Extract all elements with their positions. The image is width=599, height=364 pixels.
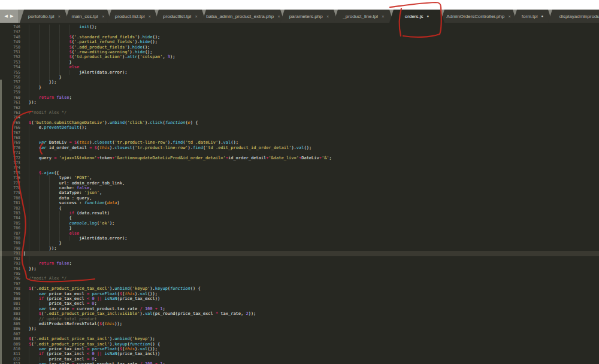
tab-main-css-tpl[interactable]: main_css.tpl× (65, 10, 111, 23)
code-text: if (data.result) (24, 211, 599, 216)
code-line: 792 (0, 256, 599, 261)
code-text: init(); (24, 25, 599, 29)
line-number: 758 (0, 85, 24, 90)
line-number: 748 (0, 35, 24, 40)
code-text: jAlert(data.error); (24, 70, 599, 75)
code-line: 774 (0, 165, 599, 170)
tab-displayadminproducted[interactable]: displayadminproducted (548, 10, 599, 23)
code-line: 779dataType: 'json', (0, 190, 599, 195)
code-text: } (24, 241, 599, 245)
code-line: 785console.log('ok'); (0, 221, 599, 226)
code-text: query = 'ajax=1&token='+token+'&action=u… (24, 156, 599, 160)
tab-label: parameters.php (289, 14, 323, 19)
code-line: 747 (0, 29, 599, 34)
code-text: }); (24, 266, 599, 271)
code-text: /*modif Alex */ (24, 110, 599, 115)
close-icon[interactable]: × (326, 14, 329, 19)
line-number: 750 (0, 45, 24, 50)
line-number: 785 (0, 221, 24, 226)
line-number: 797 (0, 281, 24, 286)
tab-portofolio-tpl[interactable]: portofolio.tpl× (20, 10, 69, 23)
tab-scroll-right-icon[interactable]: ▶ (10, 14, 13, 19)
code-text: var tax_rate = current_product.tax_rate … (24, 307, 599, 311)
close-icon[interactable]: × (277, 14, 280, 19)
code-text: }); (24, 100, 599, 105)
code-text: $('.partial_refund_fields').hide(); (24, 40, 599, 44)
line-number: 798 (0, 286, 24, 291)
code-text: return false; (24, 95, 599, 100)
tab-orders-js[interactable]: orders.js● (389, 10, 444, 23)
code-line: 805editProductRefreshTotal($(this)); (0, 321, 599, 326)
code-text (24, 115, 599, 120)
line-number: 796 (0, 276, 24, 281)
tab-parameters-php[interactable]: parameters.php× (280, 10, 338, 23)
tab-scroll-left-icon[interactable]: ◀ (5, 14, 8, 19)
close-icon[interactable]: × (102, 14, 105, 19)
line-number: 795 (0, 271, 24, 276)
line-number: 794 (0, 266, 24, 271)
code-text: $.ajax({ (24, 171, 599, 175)
code-line: 748$('.standard_refund_fields').hide(); (0, 35, 599, 40)
close-icon[interactable]: × (149, 14, 152, 19)
modified-dot-icon[interactable]: ● (427, 14, 429, 18)
code-line: 802var tax_rate = current_product.tax_ra… (0, 307, 599, 311)
code-line: 753} (0, 60, 599, 65)
close-icon[interactable]: × (382, 14, 385, 19)
line-number: 781 (0, 201, 24, 205)
line-number: 773 (0, 160, 24, 165)
code-line: 773 (0, 160, 599, 165)
line-number: 813 (0, 362, 24, 364)
modified-dot-icon[interactable]: ● (541, 14, 544, 18)
close-icon[interactable]: × (58, 14, 60, 19)
code-line: 751$('.row-editing-warning').hide(); (0, 50, 599, 54)
code-text (24, 165, 599, 170)
code-line: 768 (0, 135, 599, 140)
code-text (24, 150, 599, 155)
code-line: 798$('.edit_product_price_tax_excl').unb… (0, 286, 599, 291)
tab-label: _product_line.tpl (343, 14, 378, 19)
code-text: dataType: 'json', (24, 190, 599, 195)
tab-label: displayadminproducted (559, 14, 599, 19)
tab--product-line-tpl[interactable]: _product_line.tpl× (334, 10, 394, 23)
code-text: url: admin_order_tab_link, (24, 181, 599, 186)
code-editor[interactable]: 746init();747748$('.standard_refund_fiel… (0, 23, 599, 364)
close-icon[interactable]: × (195, 14, 198, 19)
line-number: 786 (0, 226, 24, 230)
line-number: 775 (0, 171, 24, 175)
line-number: 761 (0, 100, 24, 105)
code-text: $('.edit_product_price_tax_excl').unbind… (24, 286, 599, 291)
line-number: 779 (0, 190, 24, 195)
code-line: 807 (0, 332, 599, 336)
code-text: price_tax_excl = 0; (24, 301, 599, 306)
code-line: 762 (0, 105, 599, 110)
line-number: 757 (0, 80, 24, 84)
code-line: 759 (0, 90, 599, 95)
tab-form-tpl[interactable]: form.tpl● (513, 10, 552, 23)
code-line: 795 (0, 271, 599, 276)
line-number: 754 (0, 65, 24, 69)
close-icon[interactable]: × (508, 14, 511, 19)
code-text: $('.edit_product_price_tax_incl').unbind… (24, 336, 599, 341)
tab-product-list-tpl[interactable]: product-list.tpl× (107, 10, 159, 23)
code-text: } (24, 75, 599, 80)
tab-label: productlist.tpl (163, 14, 191, 19)
code-text: /*modif Alex */ (24, 276, 599, 281)
tab-adminorderscontroller-php[interactable]: AdminOrdersController.php× (440, 10, 517, 23)
code-line: 796/*modif Alex */ (0, 276, 599, 281)
code-line: 812price_tax_incl = 0; (0, 357, 599, 362)
tab-scroll-controls[interactable]: ◀ ▶ (0, 10, 18, 23)
text-cursor (25, 251, 25, 255)
code-line: 784{ (0, 216, 599, 220)
application-window: ◀ ▶ portofolio.tpl×main_css.tpl×product-… (0, 0, 599, 364)
code-line: 791 (0, 251, 599, 256)
code-text (24, 29, 599, 34)
line-number: 782 (0, 206, 24, 211)
code-text: }); (24, 80, 599, 84)
line-number: 776 (0, 175, 24, 180)
tab-baba-admin-product-extra-php[interactable]: baba_admin_product_extra.php× (202, 10, 285, 23)
code-line: 783if (data.result) (0, 211, 599, 216)
line-number: 800 (0, 296, 24, 301)
tab-productlist-tpl[interactable]: productlist.tpl× (155, 10, 206, 23)
line-number: 777 (0, 181, 24, 186)
line-number: 810 (0, 347, 24, 351)
